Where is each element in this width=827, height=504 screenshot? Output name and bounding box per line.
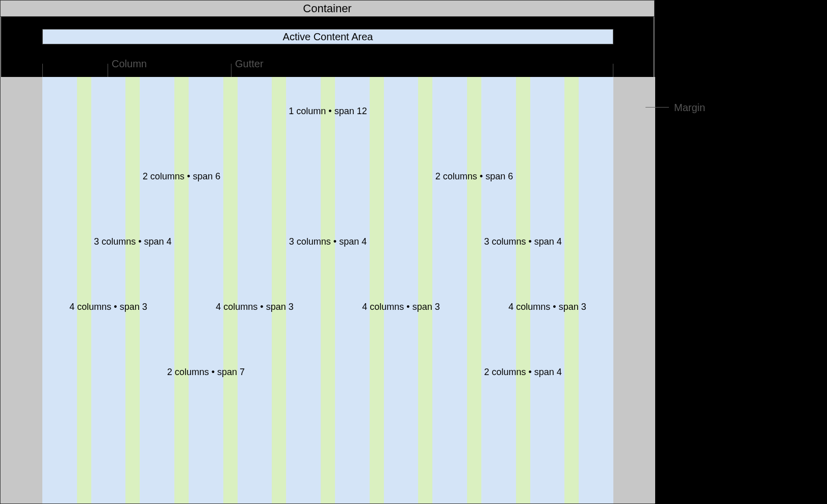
- gutter: [467, 273, 481, 338]
- grid-cell-label: 4 columns • span 3: [335, 302, 467, 312]
- container: Container Active Content Area Column Gut…: [0, 0, 655, 504]
- grid-cell-label: 2 columns • span 6: [42, 171, 321, 182]
- margin-right: [613, 77, 655, 503]
- grid-rows: 1 column • span 122 columns • span 62 co…: [42, 77, 613, 503]
- grid-row: 3 columns • span 43 columns • span 43 co…: [42, 207, 613, 273]
- grid-cell-label: 3 columns • span 4: [238, 236, 419, 247]
- grid-cell-label: 2 columns • span 7: [42, 367, 370, 378]
- grid-cell-label: 3 columns • span 4: [432, 236, 613, 247]
- header-band: [1, 17, 654, 77]
- grid-cell: 2 columns • span 7: [42, 338, 370, 403]
- gutter: [321, 273, 335, 338]
- gutter: [321, 142, 335, 207]
- active-content-area-label: Active Content Area: [42, 29, 613, 44]
- grid-cell: 3 columns • span 4: [432, 207, 613, 273]
- grid-cell-label: 4 columns • span 3: [42, 302, 174, 312]
- margin-connector-line: [645, 107, 669, 108]
- grid-cell: 4 columns • span 3: [42, 273, 174, 338]
- grid-cell-label: 4 columns • span 3: [481, 302, 613, 312]
- gutter: [418, 207, 432, 273]
- grid-cell-label: 1 column • span 12: [42, 106, 613, 117]
- margin-annotation: Margin: [674, 102, 705, 114]
- grid-cell: 4 columns • span 3: [189, 273, 321, 338]
- grid-cell: 4 columns • span 3: [335, 273, 467, 338]
- grid-row: 1 column • span 12: [42, 77, 613, 142]
- margin-left: [1, 77, 42, 503]
- gutter: [418, 338, 432, 403]
- grid-cell: 3 columns • span 4: [238, 207, 419, 273]
- grid-row: 2 columns • span 72 columns • span 4: [42, 338, 613, 403]
- grid-cell-label: 4 columns • span 3: [189, 302, 321, 312]
- grid-cell-label: 3 columns • span 4: [42, 236, 223, 247]
- grid-cell-label: 2 columns • span 4: [432, 367, 613, 378]
- gutter: [370, 338, 384, 403]
- grid-cell: 4 columns • span 3: [481, 273, 613, 338]
- gutter: [223, 207, 238, 273]
- grid-cell: 3 columns • span 4: [42, 207, 223, 273]
- gutter: [174, 273, 189, 338]
- grid-row: 4 columns • span 34 columns • span 34 co…: [42, 273, 613, 338]
- container-label: Container: [1, 1, 654, 17]
- grid-cell: 2 columns • span 6: [42, 142, 321, 207]
- grid-cell-label: 2 columns • span 6: [335, 171, 613, 182]
- grid-cell: 2 columns • span 4: [432, 338, 613, 403]
- grid-row-filler: [42, 403, 613, 503]
- grid-row: 2 columns • span 62 columns • span 6: [42, 142, 613, 207]
- grid-cell: 2 columns • span 6: [335, 142, 613, 207]
- grid-area: 1 column • span 122 columns • span 62 co…: [42, 77, 613, 503]
- gutter-annotation: Gutter: [235, 58, 264, 70]
- column-annotation: Column: [112, 58, 147, 70]
- grid-cell: 1 column • span 12: [42, 77, 613, 142]
